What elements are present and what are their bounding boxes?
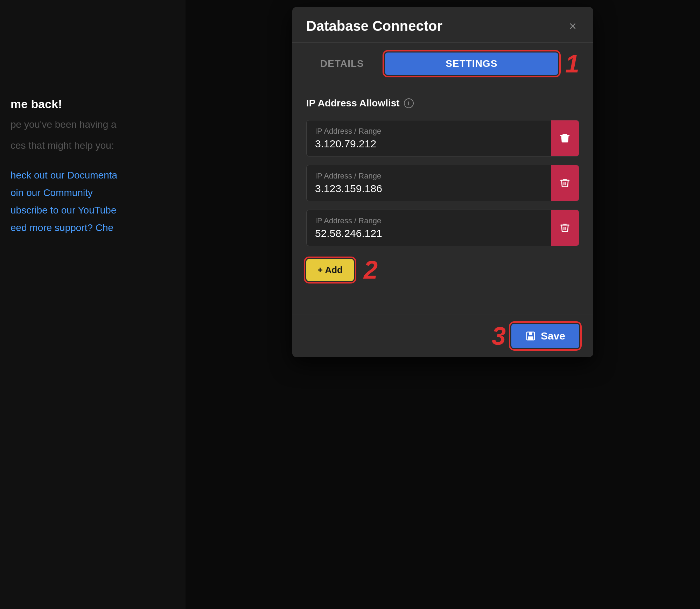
ip-entry-3: IP Address / Range 52.58.246.121 <box>306 210 579 246</box>
svg-rect-5 <box>565 227 566 230</box>
ip-info-3: IP Address / Range 52.58.246.121 <box>307 210 551 246</box>
svg-rect-1 <box>565 137 566 140</box>
bg-body2: ces that might help you: <box>10 138 175 153</box>
bg-link4[interactable]: eed more support? Che <box>10 222 175 233</box>
ip-info-2: IP Address / Range 3.123.159.186 <box>307 165 551 201</box>
ip-label-1: IP Address / Range <box>315 127 542 136</box>
annotation-3: 3 <box>492 323 506 349</box>
modal-title: Database Connector <box>306 18 442 34</box>
add-button[interactable]: + Add <box>306 259 354 281</box>
modal-overlay: Database Connector × DETAILS SETTINGS 1 … <box>186 0 700 609</box>
svg-rect-2 <box>564 182 565 185</box>
ip-label-3: IP Address / Range <box>315 216 542 225</box>
bg-link2[interactable]: oin our Community <box>10 187 175 198</box>
svg-rect-0 <box>564 137 565 140</box>
trash-icon-1 <box>559 133 570 144</box>
section-label: IP Address Allowlist i <box>306 98 579 109</box>
bg-link1[interactable]: heck out our Documenta <box>10 170 175 181</box>
bg-heading: me back! <box>10 97 175 111</box>
svg-rect-3 <box>565 182 566 185</box>
svg-rect-8 <box>528 336 533 340</box>
trash-icon-3 <box>559 222 570 233</box>
svg-rect-4 <box>564 227 565 230</box>
modal-content: IP Address Allowlist i IP Address / Rang… <box>292 85 593 315</box>
close-button[interactable]: × <box>566 19 579 34</box>
ip-label-2: IP Address / Range <box>315 172 542 181</box>
tab-details[interactable]: DETAILS <box>306 52 378 75</box>
ip-value-1: 3.120.79.212 <box>315 138 542 150</box>
ip-value-3: 52.58.246.121 <box>315 227 542 239</box>
info-icon[interactable]: i <box>404 98 414 108</box>
save-button[interactable]: Save <box>511 324 579 348</box>
tabs-row: DETAILS SETTINGS 1 <box>292 43 593 85</box>
ip-value-2: 3.123.159.186 <box>315 183 542 195</box>
tab-settings[interactable]: SETTINGS <box>385 52 558 75</box>
background-panel: me back! pe you've been having a ces tha… <box>0 0 186 609</box>
add-row: + Add 2 <box>306 257 579 282</box>
ip-entry-2: IP Address / Range 3.123.159.186 <box>306 165 579 201</box>
allowlist-heading: IP Address Allowlist <box>306 98 400 109</box>
ip-info-1: IP Address / Range 3.120.79.212 <box>307 120 551 156</box>
bg-body1: pe you've been having a <box>10 117 175 132</box>
annotation-1: 1 <box>565 51 579 76</box>
bg-link3[interactable]: ubscribe to our YouTube <box>10 205 175 216</box>
database-connector-modal: Database Connector × DETAILS SETTINGS 1 … <box>292 7 593 357</box>
delete-button-2[interactable] <box>551 165 579 201</box>
delete-button-1[interactable] <box>551 120 579 156</box>
ip-entry-1: IP Address / Range 3.120.79.212 <box>306 120 579 156</box>
modal-footer: 3 Save <box>292 315 593 357</box>
annotation-2: 2 <box>364 257 378 282</box>
svg-rect-7 <box>529 332 532 335</box>
save-icon <box>525 331 536 341</box>
delete-button-3[interactable] <box>551 210 579 246</box>
trash-icon-2 <box>559 177 570 189</box>
modal-header: Database Connector × <box>292 7 593 43</box>
annotation-3-group: 3 Save <box>492 323 579 349</box>
